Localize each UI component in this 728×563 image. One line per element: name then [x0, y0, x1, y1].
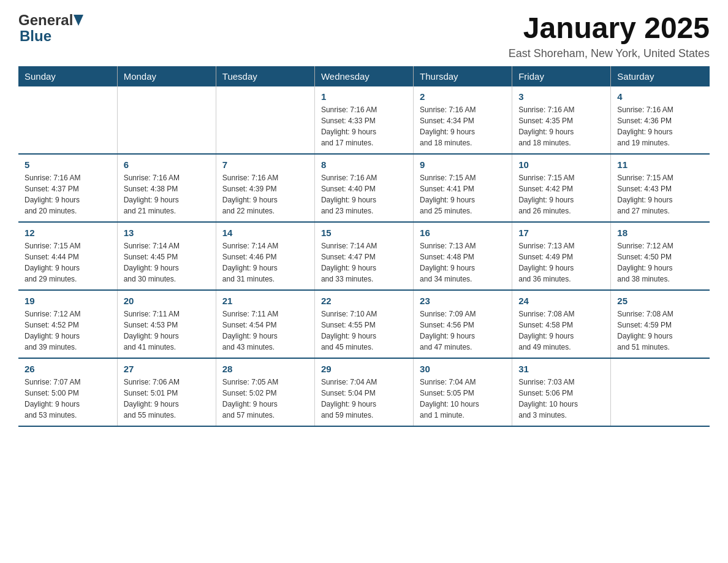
page-header: General Blue January 2025 East Shoreham,… [18, 12, 710, 60]
svg-marker-0 [74, 15, 83, 26]
day-number: 23 [420, 296, 506, 306]
calendar-cell: 2Sunrise: 7:16 AM Sunset: 4:34 PM Daylig… [414, 86, 512, 154]
day-number: 24 [518, 296, 604, 306]
day-number: 31 [518, 364, 604, 374]
calendar-week-row: 1Sunrise: 7:16 AM Sunset: 4:33 PM Daylig… [18, 86, 710, 154]
calendar-cell: 10Sunrise: 7:15 AM Sunset: 4:42 PM Dayli… [512, 154, 611, 222]
day-number: 27 [124, 364, 210, 374]
day-number: 11 [617, 159, 703, 170]
day-info: Sunrise: 7:15 AM Sunset: 4:43 PM Dayligh… [617, 172, 703, 216]
calendar-cell [117, 86, 216, 154]
calendar-week-row: 19Sunrise: 7:12 AM Sunset: 4:52 PM Dayli… [18, 290, 710, 358]
calendar-cell [18, 86, 117, 154]
month-title: January 2025 [509, 12, 710, 45]
day-info: Sunrise: 7:04 AM Sunset: 5:05 PM Dayligh… [420, 377, 506, 421]
day-number: 8 [321, 159, 407, 170]
day-info: Sunrise: 7:09 AM Sunset: 4:56 PM Dayligh… [420, 308, 506, 353]
calendar-week-row: 26Sunrise: 7:07 AM Sunset: 5:00 PM Dayli… [18, 358, 710, 426]
day-number: 3 [518, 91, 604, 102]
calendar-cell: 7Sunrise: 7:16 AM Sunset: 4:39 PM Daylig… [216, 154, 314, 222]
calendar-cell: 16Sunrise: 7:13 AM Sunset: 4:48 PM Dayli… [414, 222, 512, 290]
day-info: Sunrise: 7:05 AM Sunset: 5:02 PM Dayligh… [222, 377, 308, 421]
day-info: Sunrise: 7:16 AM Sunset: 4:34 PM Dayligh… [420, 104, 506, 148]
day-info: Sunrise: 7:14 AM Sunset: 4:46 PM Dayligh… [222, 240, 308, 285]
day-number: 22 [321, 296, 407, 306]
calendar-cell: 28Sunrise: 7:05 AM Sunset: 5:02 PM Dayli… [216, 358, 314, 426]
calendar-cell: 29Sunrise: 7:04 AM Sunset: 5:04 PM Dayli… [314, 358, 413, 426]
day-info: Sunrise: 7:03 AM Sunset: 5:06 PM Dayligh… [518, 377, 604, 421]
calendar-cell: 19Sunrise: 7:12 AM Sunset: 4:52 PM Dayli… [18, 290, 117, 358]
title-block: January 2025 East Shoreham, New York, Un… [509, 12, 710, 60]
calendar-cell: 8Sunrise: 7:16 AM Sunset: 4:40 PM Daylig… [314, 154, 413, 222]
col-wednesday: Wednesday [314, 66, 413, 86]
calendar-header: Sunday Monday Tuesday Wednesday Thursday… [18, 66, 710, 86]
calendar-cell: 27Sunrise: 7:06 AM Sunset: 5:01 PM Dayli… [117, 358, 216, 426]
calendar-cell: 24Sunrise: 7:08 AM Sunset: 4:58 PM Dayli… [512, 290, 611, 358]
calendar-body: 1Sunrise: 7:16 AM Sunset: 4:33 PM Daylig… [18, 86, 710, 426]
calendar-table: Sunday Monday Tuesday Wednesday Thursday… [18, 66, 710, 427]
day-info: Sunrise: 7:15 AM Sunset: 4:44 PM Dayligh… [25, 240, 111, 285]
calendar-cell: 25Sunrise: 7:08 AM Sunset: 4:59 PM Dayli… [611, 290, 710, 358]
header-row: Sunday Monday Tuesday Wednesday Thursday… [18, 66, 710, 86]
calendar-cell: 1Sunrise: 7:16 AM Sunset: 4:33 PM Daylig… [314, 86, 413, 154]
day-info: Sunrise: 7:14 AM Sunset: 4:45 PM Dayligh… [124, 240, 210, 285]
calendar-cell: 17Sunrise: 7:13 AM Sunset: 4:49 PM Dayli… [512, 222, 611, 290]
day-info: Sunrise: 7:13 AM Sunset: 4:48 PM Dayligh… [420, 240, 506, 285]
day-info: Sunrise: 7:13 AM Sunset: 4:49 PM Dayligh… [518, 240, 604, 285]
calendar-cell: 18Sunrise: 7:12 AM Sunset: 4:50 PM Dayli… [611, 222, 710, 290]
day-info: Sunrise: 7:08 AM Sunset: 4:59 PM Dayligh… [617, 308, 703, 353]
day-info: Sunrise: 7:06 AM Sunset: 5:01 PM Dayligh… [124, 377, 210, 421]
calendar-cell: 3Sunrise: 7:16 AM Sunset: 4:35 PM Daylig… [512, 86, 611, 154]
col-saturday: Saturday [611, 66, 710, 86]
day-number: 9 [420, 159, 506, 170]
day-info: Sunrise: 7:15 AM Sunset: 4:41 PM Dayligh… [420, 172, 506, 216]
day-number: 19 [25, 296, 111, 306]
calendar-cell: 4Sunrise: 7:16 AM Sunset: 4:36 PM Daylig… [611, 86, 710, 154]
logo-arrow-icon [74, 15, 83, 26]
col-tuesday: Tuesday [216, 66, 314, 86]
day-info: Sunrise: 7:08 AM Sunset: 4:58 PM Dayligh… [518, 308, 604, 353]
calendar-cell: 9Sunrise: 7:15 AM Sunset: 4:41 PM Daylig… [414, 154, 512, 222]
day-info: Sunrise: 7:16 AM Sunset: 4:39 PM Dayligh… [222, 172, 308, 216]
calendar-cell: 15Sunrise: 7:14 AM Sunset: 4:47 PM Dayli… [314, 222, 413, 290]
day-info: Sunrise: 7:04 AM Sunset: 5:04 PM Dayligh… [321, 377, 407, 421]
calendar-cell: 22Sunrise: 7:10 AM Sunset: 4:55 PM Dayli… [314, 290, 413, 358]
day-number: 1 [321, 91, 407, 102]
calendar-cell: 31Sunrise: 7:03 AM Sunset: 5:06 PM Dayli… [512, 358, 611, 426]
day-number: 16 [420, 228, 506, 238]
day-number: 25 [617, 296, 703, 306]
calendar-cell: 30Sunrise: 7:04 AM Sunset: 5:05 PM Dayli… [414, 358, 512, 426]
logo-general-text: General [18, 12, 73, 28]
day-number: 29 [321, 364, 407, 374]
col-friday: Friday [512, 66, 611, 86]
location-text: East Shoreham, New York, United States [509, 47, 710, 60]
day-info: Sunrise: 7:07 AM Sunset: 5:00 PM Dayligh… [25, 377, 111, 421]
day-info: Sunrise: 7:11 AM Sunset: 4:53 PM Dayligh… [124, 308, 210, 353]
day-number: 4 [617, 91, 703, 102]
day-info: Sunrise: 7:16 AM Sunset: 4:36 PM Dayligh… [617, 104, 703, 148]
day-info: Sunrise: 7:16 AM Sunset: 4:37 PM Dayligh… [25, 172, 111, 216]
day-info: Sunrise: 7:10 AM Sunset: 4:55 PM Dayligh… [321, 308, 407, 353]
day-number: 5 [25, 159, 111, 170]
calendar-cell [216, 86, 314, 154]
calendar-cell: 6Sunrise: 7:16 AM Sunset: 4:38 PM Daylig… [117, 154, 216, 222]
day-number: 2 [420, 91, 506, 102]
logo: General Blue [18, 12, 84, 45]
calendar-cell [611, 358, 710, 426]
calendar-cell: 23Sunrise: 7:09 AM Sunset: 4:56 PM Dayli… [414, 290, 512, 358]
calendar-week-row: 5Sunrise: 7:16 AM Sunset: 4:37 PM Daylig… [18, 154, 710, 222]
day-number: 12 [25, 228, 111, 238]
day-info: Sunrise: 7:16 AM Sunset: 4:35 PM Dayligh… [518, 104, 604, 148]
calendar-cell: 21Sunrise: 7:11 AM Sunset: 4:54 PM Dayli… [216, 290, 314, 358]
day-info: Sunrise: 7:16 AM Sunset: 4:40 PM Dayligh… [321, 172, 407, 216]
day-number: 10 [518, 159, 604, 170]
day-number: 20 [124, 296, 210, 306]
day-number: 7 [222, 159, 308, 170]
col-sunday: Sunday [18, 66, 117, 86]
day-number: 18 [617, 228, 703, 238]
day-info: Sunrise: 7:12 AM Sunset: 4:50 PM Dayligh… [617, 240, 703, 285]
day-info: Sunrise: 7:11 AM Sunset: 4:54 PM Dayligh… [222, 308, 308, 353]
day-info: Sunrise: 7:14 AM Sunset: 4:47 PM Dayligh… [321, 240, 407, 285]
day-number: 21 [222, 296, 308, 306]
day-number: 28 [222, 364, 308, 374]
